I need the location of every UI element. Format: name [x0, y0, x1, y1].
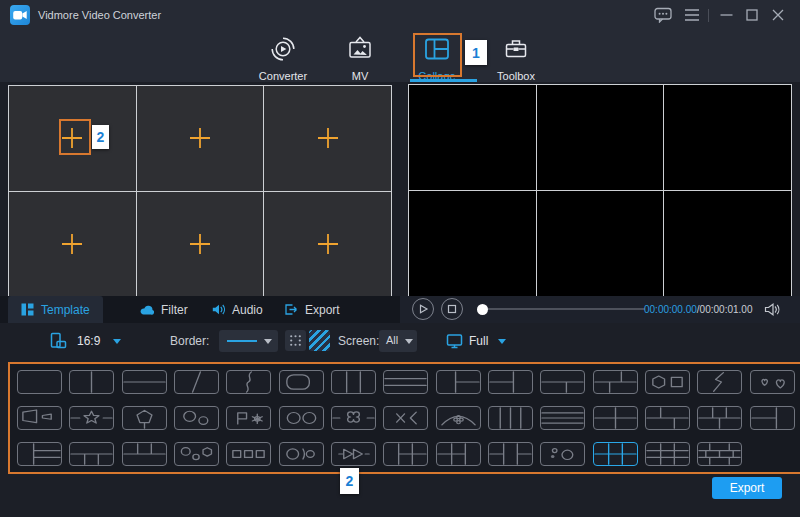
preview-cell	[664, 85, 791, 190]
caret-down-icon[interactable]	[498, 339, 506, 344]
collage-cell-add[interactable]	[137, 86, 264, 191]
play-button[interactable]	[412, 298, 434, 320]
template-rows-staggered[interactable]	[593, 370, 638, 394]
volume-button[interactable]	[764, 302, 781, 321]
template-row-bottom-2cols[interactable]	[540, 370, 585, 394]
template-grid-3col-side-split[interactable]	[488, 442, 533, 466]
seek-slider[interactable]	[479, 308, 645, 310]
template-rounded-inset[interactable]	[279, 370, 324, 394]
screen-value: All	[386, 334, 398, 346]
maximize-icon	[746, 7, 758, 23]
nav-item-converter[interactable]: Converter	[252, 36, 314, 82]
caret-down-icon[interactable]	[113, 339, 121, 344]
display-mode-dropdown[interactable]	[446, 333, 463, 353]
preview-cell	[537, 85, 664, 190]
template-circles-pair[interactable]	[279, 406, 324, 430]
menu-icon	[684, 7, 700, 23]
caret-down-icon	[405, 339, 413, 344]
tab-filter[interactable]: Filter	[140, 296, 188, 323]
nav-label-mv: MV	[329, 70, 391, 82]
template-row-bottom-3cols[interactable]	[69, 442, 114, 466]
hatch-pattern-button[interactable]	[309, 330, 330, 351]
template-dots-circle[interactable]	[540, 442, 585, 466]
template-arch-clover[interactable]	[436, 406, 481, 430]
stop-button[interactable]	[441, 298, 463, 320]
template-grid-dense[interactable]	[697, 442, 742, 466]
nav-item-mv[interactable]: MV	[329, 36, 391, 82]
minimize-button[interactable]	[720, 7, 733, 23]
template-mixed-shapes[interactable]	[174, 442, 219, 466]
template-circle-reel[interactable]	[279, 442, 324, 466]
template-2rows-col[interactable]	[750, 406, 795, 430]
template-row-top-3cols[interactable]	[122, 442, 167, 466]
collage-cell-add[interactable]	[264, 86, 391, 191]
collage-editor-grid	[8, 85, 392, 297]
ratio-value: 16:9	[77, 334, 100, 348]
maximize-button[interactable]	[746, 7, 758, 23]
tab-export-label: Export	[305, 303, 340, 317]
template-grid-3col-right-split[interactable]	[383, 442, 428, 466]
collage-cell-add[interactable]	[264, 192, 391, 297]
border-dots-button[interactable]	[285, 330, 306, 351]
export-button[interactable]: Export	[712, 477, 782, 499]
template-grid-2x3[interactable]	[593, 442, 638, 466]
template-flag-gear[interactable]	[226, 406, 271, 430]
app-logo-icon	[10, 5, 30, 25]
template-diagonal[interactable]	[174, 370, 219, 394]
collage-toolbar: 16:9 Border: Screen: All	[0, 328, 800, 356]
menu-button[interactable]	[684, 7, 700, 23]
template-curve-split[interactable]	[226, 370, 271, 394]
preview-cell	[409, 191, 536, 296]
template-col-right-3rows[interactable]	[17, 442, 62, 466]
template-grid-2x2-offset[interactable]	[645, 406, 690, 430]
ratio-dropdown[interactable]	[50, 332, 67, 353]
template-lightning-split[interactable]	[697, 370, 742, 394]
tab-audio[interactable]: Audio	[212, 296, 263, 323]
template-pentagon-pin[interactable]	[122, 406, 167, 430]
template-cols4[interactable]	[488, 406, 533, 430]
template-single[interactable]	[17, 370, 62, 394]
collage-cell-add[interactable]	[137, 192, 264, 297]
screen-dropdown[interactable]: All	[379, 330, 417, 352]
template-circles-uneven[interactable]	[174, 406, 219, 430]
template-hexagon-square[interactable]	[645, 370, 690, 394]
screen-label: Screen:	[338, 334, 379, 348]
window-title: Vidmore Video Converter	[38, 9, 161, 21]
template-grid-2x2[interactable]	[593, 406, 638, 430]
template-fast-forward[interactable]	[331, 442, 376, 466]
border-style-dropdown[interactable]	[219, 330, 278, 352]
template-rows4[interactable]	[540, 406, 585, 430]
close-button[interactable]	[771, 7, 785, 23]
feedback-button[interactable]	[654, 7, 672, 23]
template-rows2[interactable]	[122, 370, 167, 394]
template-star-band[interactable]	[69, 406, 114, 430]
template-squares-row[interactable]	[226, 442, 271, 466]
collage-cell-add[interactable]	[9, 192, 136, 297]
export-arrow-icon	[284, 303, 298, 316]
template-cols3[interactable]	[331, 370, 376, 394]
template-trapezoids[interactable]	[17, 406, 62, 430]
template-col-right-2rows[interactable]	[436, 370, 481, 394]
volume-icon	[764, 302, 781, 317]
tab-export[interactable]: Export	[284, 296, 340, 323]
border-line-sample	[227, 340, 257, 342]
plus-icon	[315, 125, 341, 151]
template-brick-layout[interactable]	[697, 406, 742, 430]
template-grid-3x3[interactable]	[645, 442, 690, 466]
tab-template[interactable]: Template	[8, 296, 103, 323]
monitor-icon	[446, 333, 463, 349]
template-grid-3col-left-split[interactable]	[436, 442, 481, 466]
annotation-step1-badge: 1	[465, 40, 487, 65]
template-hearts[interactable]	[750, 370, 795, 394]
border-label: Border:	[170, 334, 209, 348]
template-rows3[interactable]	[383, 370, 428, 394]
tabs-player-strip: Template Filter Audio Export	[0, 296, 800, 323]
template-clover-band[interactable]	[331, 406, 376, 430]
template-col-left-2rows[interactable]	[488, 370, 533, 394]
mv-icon	[347, 36, 373, 62]
template-cross-bracket[interactable]	[383, 406, 428, 430]
nav-item-toolbox[interactable]: Toolbox	[485, 36, 547, 82]
template-cols2[interactable]	[69, 370, 114, 394]
display-mode-value: Full	[469, 334, 488, 348]
seek-knob[interactable]	[477, 304, 488, 315]
